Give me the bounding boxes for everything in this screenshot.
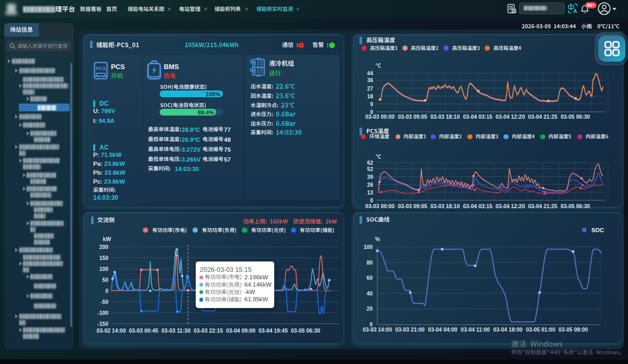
svg-text:03-04 09:00: 03-04 09:00 (226, 328, 255, 334)
svg-text:03-05 06:30: 03-05 06:30 (291, 328, 320, 334)
svg-text:36: 36 (367, 77, 373, 83)
svg-text:03-04 12:20: 03-04 12:20 (496, 114, 525, 120)
svg-text:44: 44 (367, 71, 373, 76)
svg-text:03-03 00:00: 03-03 00:00 (365, 203, 395, 209)
svg-text:100: 100 (99, 266, 109, 272)
svg-text:03-03 22:15: 03-03 22:15 (194, 328, 223, 334)
svg-text:0: 0 (370, 198, 373, 203)
svg-text:18: 18 (367, 94, 373, 99)
svg-text:26: 26 (367, 182, 373, 188)
svg-text:03-03 00:00: 03-03 00:00 (365, 114, 395, 120)
svg-text:150: 150 (99, 255, 109, 261)
svg-text:03-03 21:00: 03-03 21:00 (395, 327, 424, 333)
svg-text:%: % (375, 236, 380, 242)
svg-text:0: 0 (105, 288, 108, 294)
svg-text:50: 50 (102, 277, 108, 283)
svg-text:03-04 03:15: 03-04 03:15 (463, 203, 492, 209)
svg-text:03-03 14:00: 03-03 14:00 (363, 327, 392, 333)
svg-text:03-05 01:00: 03-05 01:00 (526, 327, 555, 333)
svg-text:9: 9 (370, 101, 373, 107)
svg-text:03-04 03:15: 03-04 03:15 (463, 114, 492, 120)
svg-text:13: 13 (367, 190, 373, 196)
svg-text:52: 52 (367, 166, 373, 172)
svg-text:-50: -50 (100, 299, 108, 305)
svg-text:40: 40 (366, 291, 373, 297)
svg-text:39: 39 (367, 174, 373, 180)
svg-text:200: 200 (99, 244, 109, 250)
svg-text:60: 60 (366, 275, 373, 281)
svg-text:03-04 04:00: 03-04 04:00 (428, 327, 457, 333)
svg-text:62: 62 (367, 160, 373, 166)
svg-text:03-04 21:25: 03-04 21:25 (528, 203, 557, 209)
svg-text:03-03 18:10: 03-03 18:10 (430, 114, 459, 120)
svg-text:03-03 09:05: 03-03 09:05 (398, 203, 427, 209)
svg-text:03-04 12:20: 03-04 12:20 (496, 203, 525, 209)
svg-text:kW: kW (103, 236, 111, 242)
svg-text:03-05 06:30: 03-05 06:30 (560, 203, 590, 209)
svg-text:03-05 08:00: 03-05 08:00 (558, 327, 588, 333)
svg-text:100: 100 (364, 244, 373, 250)
svg-text:-150: -150 (97, 321, 108, 327)
svg-text:03-03 11:30: 03-03 11:30 (161, 328, 190, 334)
svg-text:03-04 21:25: 03-04 21:25 (528, 114, 557, 120)
svg-text:03-02 14:00: 03-02 14:00 (96, 328, 126, 334)
svg-text:03-04 19:45: 03-04 19:45 (259, 328, 288, 334)
svg-text:03-03 00:45: 03-03 00:45 (129, 328, 158, 334)
svg-text:20: 20 (366, 306, 373, 312)
svg-text:03-05 06:30: 03-05 06:30 (560, 114, 590, 120)
svg-text:03-03 09:05: 03-03 09:05 (398, 114, 427, 120)
svg-text:03-03 18:10: 03-03 18:10 (430, 203, 459, 209)
svg-text:03-04 11:00: 03-04 11:00 (461, 327, 490, 333)
svg-text:03-04 18:00: 03-04 18:00 (493, 327, 522, 333)
svg-text:27: 27 (367, 86, 373, 92)
svg-text:-100: -100 (97, 310, 108, 316)
svg-text:80: 80 (366, 260, 373, 266)
